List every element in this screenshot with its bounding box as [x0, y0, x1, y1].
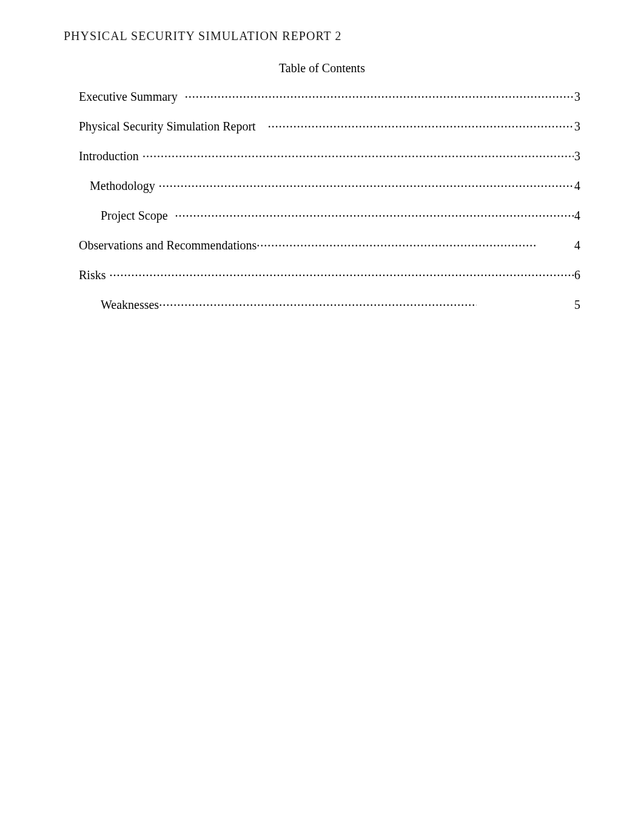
toc-entry-page: 3 [574, 149, 580, 163]
toc-entry-page: 3 [574, 120, 580, 134]
toc-title: Table of Contents [64, 61, 580, 75]
document-page: PHYSICAL SECURITY SIMULATION REPORT 2 Ta… [0, 0, 644, 312]
toc-entry-label: Risks [79, 268, 106, 282]
toc-entry-label: Physical Security Simulation Report [79, 120, 256, 134]
toc-entry-label: Observations and Recommendations [79, 238, 257, 252]
toc-entry-page: 4 [574, 179, 580, 193]
toc-list: Executive Summary 3 Physical Security Si… [64, 89, 580, 312]
toc-entry: Methodology 4 [79, 178, 580, 193]
toc-leader-dots [185, 89, 574, 101]
toc-entry: Introduction 3 [79, 148, 580, 163]
toc-leader-dots [143, 148, 574, 160]
toc-entry-label: Weaknesses [101, 298, 159, 312]
toc-entry: Risks 6 [79, 267, 580, 282]
toc-leader-dots [159, 178, 574, 190]
toc-entry-page: 4 [574, 238, 580, 252]
toc-entry-page: 5 [574, 298, 580, 312]
toc-entry: Observations and Recommendations 4 [79, 237, 580, 252]
running-head: PHYSICAL SECURITY SIMULATION REPORT 2 [64, 29, 580, 43]
toc-leader-dots [175, 208, 574, 220]
toc-entry: Project Scope 4 [79, 208, 580, 223]
toc-entry-label: Project Scope [101, 209, 168, 223]
toc-entry-label: Methodology [90, 179, 155, 193]
toc-entry: Physical Security Simulation Report 3 [79, 118, 580, 134]
toc-leader-dots [159, 297, 477, 309]
toc-entry: Weaknesses 5 [79, 297, 580, 312]
toc-leader-dots [257, 237, 537, 249]
toc-entry-page: 4 [574, 209, 580, 223]
toc-leader-dots [109, 267, 574, 279]
toc-entry-page: 6 [574, 268, 580, 282]
toc-entry-page: 3 [574, 90, 580, 104]
toc-entry: Executive Summary 3 [79, 89, 580, 104]
toc-entry-label: Introduction [79, 149, 139, 163]
toc-entry-label: Executive Summary [79, 90, 178, 104]
toc-leader-dots [268, 118, 574, 130]
